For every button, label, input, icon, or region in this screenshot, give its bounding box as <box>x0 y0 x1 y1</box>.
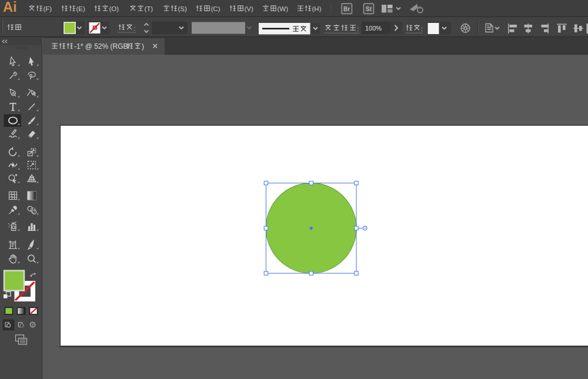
svg-text:100%: 100% <box>365 25 382 32</box>
svg-text:(E): (E) <box>76 5 86 12</box>
svg-text:(O): (O) <box>109 5 119 12</box>
svg-text:(W): (W) <box>278 5 289 12</box>
svg-text:(C): (C) <box>211 5 220 12</box>
svg-text:(V): (V) <box>245 5 254 12</box>
svg-text:Br: Br <box>343 6 350 12</box>
svg-text:Ai: Ai <box>3 0 17 15</box>
svg-text:(F): (F) <box>44 5 52 12</box>
svg-text::: : <box>133 25 135 32</box>
svg-text::: : <box>357 25 359 32</box>
svg-text:(H): (H) <box>312 5 322 12</box>
svg-text::: : <box>421 25 423 32</box>
svg-text:): ) <box>142 42 144 51</box>
svg-text:St: St <box>366 6 372 12</box>
svg-text:(S): (S) <box>178 5 188 12</box>
svg-text:-1* @ 52% (RGB/: -1* @ 52% (RGB/ <box>74 42 131 51</box>
svg-text:(T): (T) <box>145 5 153 12</box>
